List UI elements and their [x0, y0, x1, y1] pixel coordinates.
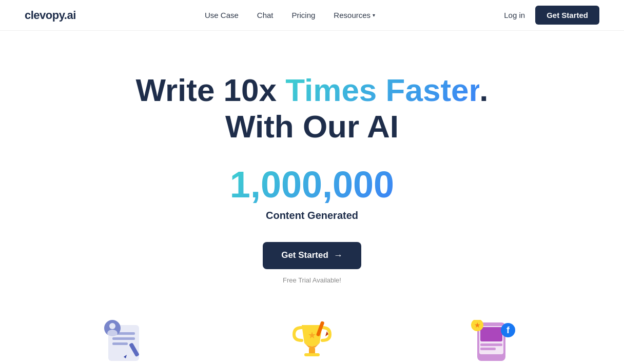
hero-cta-label: Get Started	[281, 250, 328, 260]
logo[interactable]: clevopy.ai	[25, 9, 76, 22]
svg-rect-16	[480, 327, 502, 341]
hero-stat-number: 1,000,000	[230, 164, 394, 206]
svg-rect-2	[112, 337, 135, 340]
person-document-icon	[90, 320, 172, 361]
login-link[interactable]: Log in	[504, 11, 525, 19]
nav-links: Use Case Chat Pricing Resources ▾	[205, 11, 375, 20]
social-media-icon: f ★	[452, 320, 534, 361]
nav-item-chat[interactable]: Chat	[257, 11, 274, 20]
svg-point-7	[109, 323, 115, 329]
nav-item-use-case[interactable]: Use Case	[205, 11, 239, 20]
nav-item-pricing[interactable]: Pricing	[292, 11, 316, 20]
svg-rect-17	[480, 343, 502, 346]
hero-heading-line2: With Our AI	[225, 109, 399, 144]
trophy-icon: ★	[271, 320, 353, 361]
use-case-link[interactable]: Use Case	[205, 11, 239, 19]
hero-trial-text: Free Trial Available!	[283, 276, 341, 284]
hero-get-started-button[interactable]: Get Started →	[263, 242, 361, 269]
navbar: clevopy.ai Use Case Chat Pricing Resourc…	[0, 0, 624, 31]
svg-rect-3	[112, 342, 128, 345]
hero-section: Write 10x Times Faster. With Our AI 1,00…	[0, 31, 624, 305]
chevron-down-icon: ▾	[373, 12, 375, 18]
pricing-link[interactable]: Pricing	[292, 11, 316, 19]
svg-rect-10	[304, 353, 320, 356]
svg-text:f: f	[506, 325, 510, 335]
svg-text:★: ★	[474, 321, 481, 329]
nav-actions: Log in Get Started	[504, 6, 599, 25]
resources-link[interactable]: Resources ▾	[334, 11, 375, 19]
nav-item-resources[interactable]: Resources ▾	[334, 11, 375, 19]
hero-stat-label: Content Generated	[266, 210, 358, 221]
hero-heading: Write 10x Times Faster. With Our AI	[136, 72, 489, 145]
hero-heading-dot: .	[479, 72, 488, 108]
svg-rect-18	[480, 348, 496, 350]
svg-rect-9	[309, 348, 315, 353]
svg-marker-13	[325, 331, 328, 336]
arrow-icon: →	[334, 250, 343, 261]
bottom-icons-row: ★ f ★	[0, 310, 624, 361]
svg-text:★: ★	[308, 330, 316, 340]
nav-get-started-button[interactable]: Get Started	[535, 6, 599, 25]
hero-heading-part1: Write 10x	[136, 72, 286, 108]
hero-heading-highlight: Times Faster	[285, 72, 479, 108]
svg-point-8	[107, 330, 118, 337]
chat-link[interactable]: Chat	[257, 11, 274, 19]
